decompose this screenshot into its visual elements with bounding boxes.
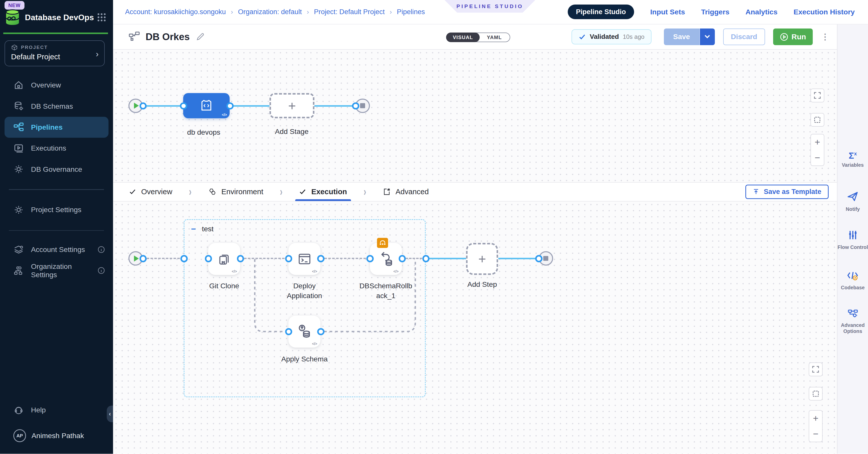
sidebar-item-help[interactable]: Help (0, 399, 113, 420)
chevron-right-icon: › (280, 185, 282, 198)
group-name: test (202, 225, 214, 233)
connector-dot[interactable] (180, 102, 187, 110)
pipelines-icon (13, 122, 24, 133)
step-node-deploy-application[interactable]: </> (288, 243, 320, 275)
add-step-label: Add Step (457, 280, 507, 289)
run-button[interactable]: Run (773, 29, 812, 45)
breadcrumb-separator: › (231, 8, 233, 16)
sidebar-item-organization-settings[interactable]: Organization Settings (0, 260, 113, 281)
stage-node-db-devops[interactable]: </> (183, 93, 229, 119)
breadcrumb-project[interactable]: Project: Default Project (314, 8, 384, 16)
tab-pipeline-studio[interactable]: Pipeline Studio (568, 4, 634, 19)
tab-execution-history[interactable]: Execution History (794, 8, 855, 16)
tab-triggers[interactable]: Triggers (701, 8, 730, 16)
stage-canvas[interactable]: </> + db devops Add Stage + − (113, 50, 837, 183)
chevron-right-icon: › (96, 49, 99, 59)
rail-label: Codebase (837, 285, 868, 291)
zoom-in-button[interactable]: + (809, 411, 822, 426)
rail-item-advanced-options[interactable]: Advanced Options (837, 308, 868, 334)
connector-dot[interactable] (285, 255, 292, 262)
fullscreen-button[interactable] (809, 362, 823, 376)
collapse-group-icon[interactable]: − (191, 224, 196, 234)
tab-input-sets[interactable]: Input Sets (650, 8, 685, 16)
connector-dot[interactable] (366, 255, 374, 262)
zoom-out-button[interactable]: − (809, 426, 822, 442)
start-play-icon (134, 256, 139, 262)
connector-dot[interactable] (140, 255, 147, 262)
sidebar-collapse-handle[interactable]: ‹ (107, 406, 113, 422)
user-profile[interactable]: AP Animesh Pathak (13, 429, 107, 442)
breadcrumb-pipelines[interactable]: Pipelines (397, 8, 425, 16)
stage-label: db devops (170, 127, 237, 137)
save-dropdown-button[interactable] (700, 29, 715, 45)
breadcrumb-account[interactable]: Account: kurosakiichigo.songoku (125, 8, 226, 16)
connector-dot[interactable] (423, 255, 430, 262)
breadcrumb: Account: kurosakiichigo.songoku › Organi… (125, 8, 425, 16)
zoom-controls: + − (809, 410, 823, 442)
add-stage-node[interactable]: + (270, 93, 314, 119)
sidebar-item-executions[interactable]: Executions (0, 138, 113, 159)
sidebar-item-account-settings[interactable]: Account Settings (0, 239, 113, 260)
connector-dot[interactable] (180, 255, 188, 262)
rollback-database-icon (376, 250, 395, 268)
validated-badge[interactable]: Validated 10s ago (571, 29, 651, 44)
main-area: Account: kurosakiichigo.songoku › Organi… (113, 0, 868, 454)
tab-label: Environment (221, 187, 263, 196)
execution-canvas[interactable]: − test </> (113, 201, 837, 454)
more-options-kebab[interactable]: ⋮ (821, 35, 828, 39)
connector-dot[interactable] (535, 255, 542, 262)
tab-overview[interactable]: Overview (127, 183, 174, 201)
visual-yaml-toggle[interactable]: VISUAL YAML (446, 33, 510, 42)
save-button[interactable]: Save (664, 29, 700, 45)
link (143, 258, 184, 259)
app-grid-icon[interactable] (97, 12, 106, 22)
marquee-select-button[interactable] (809, 387, 823, 401)
add-step-node[interactable]: + (466, 243, 498, 275)
save-split-button: Save (664, 29, 715, 45)
connector-dot[interactable] (317, 255, 324, 262)
info-icon[interactable] (97, 246, 105, 254)
tab-advanced[interactable]: Advanced (381, 183, 430, 201)
step-label: Deploy Application (280, 281, 329, 300)
sidebar-item-db-schemas[interactable]: DB Schemas (0, 96, 113, 117)
sidebar-item-project-settings[interactable]: Project Settings (0, 199, 113, 220)
sidebar-item-pipelines[interactable]: Pipelines (4, 117, 108, 138)
breadcrumb-separator: › (307, 8, 309, 16)
edit-pencil-icon[interactable] (196, 32, 205, 41)
connector-dot[interactable] (226, 102, 234, 110)
connector-dot[interactable] (352, 102, 359, 110)
stage-config-tabs: Overview › Environment › Execution › (113, 183, 837, 201)
chevron-right-icon: › (189, 185, 191, 198)
tab-environment[interactable]: Environment (207, 183, 265, 201)
marquee-select-button[interactable] (810, 113, 824, 127)
rail-item-flow-control[interactable]: Flow Control (837, 229, 868, 250)
discard-button[interactable]: Discard (723, 29, 765, 45)
toggle-yaml[interactable]: YAML (479, 33, 510, 41)
save-as-template-button[interactable]: Save as Template (745, 185, 829, 199)
connector-dot[interactable] (140, 102, 147, 110)
zoom-in-button[interactable]: + (811, 134, 824, 150)
rail-label: Flow Control (837, 245, 868, 251)
step-node-git-clone[interactable]: </> (208, 243, 240, 275)
step-node-apply-schema[interactable]: </> (288, 316, 320, 348)
advanced-icon (383, 188, 391, 196)
step-label: Git Clone (199, 281, 249, 291)
rail-item-variables[interactable]: Σx Variables (837, 151, 868, 168)
tab-execution[interactable]: Execution (298, 183, 349, 201)
stop-icon (360, 103, 365, 108)
fullscreen-button[interactable] (810, 89, 824, 102)
toggle-visual[interactable]: VISUAL (446, 33, 480, 42)
rail-item-codebase[interactable]: Codebase (837, 270, 868, 291)
connector-dot[interactable] (399, 255, 406, 262)
connector-dot[interactable] (205, 255, 212, 262)
sidebar-item-overview[interactable]: Overview (0, 75, 113, 96)
sidebar-item-db-governance[interactable]: DB Governance (0, 159, 113, 180)
rail-item-notify[interactable]: Notify (837, 190, 868, 213)
breadcrumb-organization[interactable]: Organization: default (238, 8, 302, 16)
layers-gear-icon (13, 245, 24, 255)
tab-analytics[interactable]: Analytics (746, 8, 778, 16)
project-selector[interactable]: PROJECT Default Project › (4, 40, 105, 66)
zoom-out-button[interactable]: − (811, 150, 824, 166)
info-icon[interactable] (97, 267, 105, 274)
connector-dot[interactable] (317, 328, 324, 335)
